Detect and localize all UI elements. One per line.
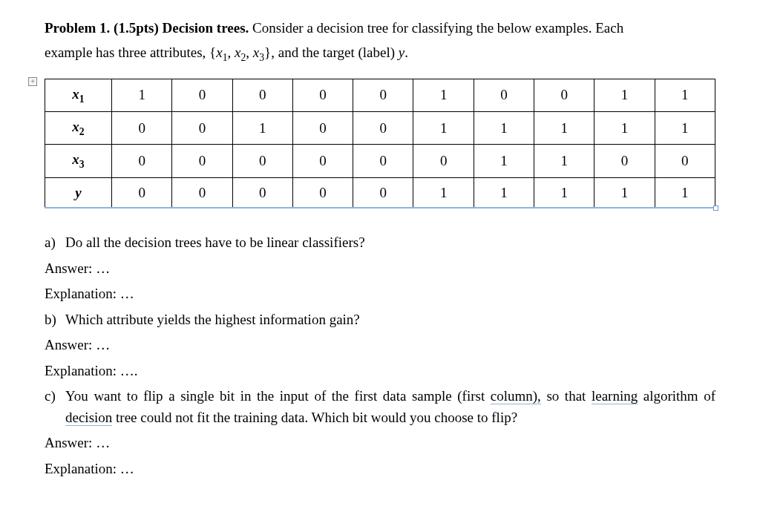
table-cell: 1	[534, 177, 594, 208]
expand-icon[interactable]: +	[28, 77, 37, 86]
table-cell: 0	[292, 79, 353, 111]
row-header: x2	[45, 112, 112, 145]
data-table: x11000010011x20010011111x30000001100y000…	[45, 79, 715, 208]
question-b-letter: b)	[45, 309, 65, 331]
table-cell: 1	[655, 177, 715, 208]
table-cell: 0	[534, 79, 594, 111]
question-a: a)Do all the decision trees have to be l…	[45, 232, 715, 254]
question-b-text: Which attribute yields the highest infor…	[65, 312, 360, 327]
table-cell: 1	[655, 79, 715, 111]
table-cell: 1	[594, 112, 655, 145]
table-cell: 0	[413, 145, 474, 177]
table-cell: 0	[292, 145, 353, 177]
table-cell: 0	[353, 177, 413, 208]
row-header: x1	[45, 79, 112, 111]
table-cell: 1	[232, 112, 292, 145]
question-c-text: You want to flip a single bit in the inp…	[65, 386, 715, 428]
table-cell: 1	[474, 145, 534, 177]
table-row: x11000010011	[45, 79, 715, 111]
row-header: y	[45, 177, 112, 208]
answer-b: Answer: …	[45, 335, 715, 356]
table-cell: 0	[172, 145, 232, 177]
table-cell: 0	[112, 145, 172, 177]
table-cell: 0	[112, 112, 172, 145]
row-header: x3	[45, 145, 112, 177]
table-cell: 1	[594, 79, 655, 111]
intro-part1: Consider a decision tree for classifying…	[252, 20, 623, 36]
table-cell: 0	[172, 112, 232, 145]
explanation-a: Explanation: …	[45, 283, 715, 305]
spellcheck-underline: decision	[65, 410, 112, 426]
problem-number: Problem 1.	[45, 20, 110, 36]
question-a-letter: a)	[45, 232, 65, 254]
intro-line2: example has three attributes, {x1, x2, x…	[45, 42, 715, 65]
explanation-c: Explanation: …	[45, 459, 715, 480]
table-cell: 0	[292, 112, 353, 145]
table-cell: 1	[413, 177, 474, 208]
question-c: c) You want to flip a single bit in the …	[45, 386, 715, 428]
table-row: x30000001100	[45, 145, 715, 177]
table-cell: 0	[232, 177, 292, 208]
answer-a: Answer: …	[45, 258, 715, 280]
table-cell: 0	[172, 79, 232, 111]
table-cell: 0	[172, 177, 232, 208]
table-cell: 1	[474, 112, 534, 145]
table-cell: 0	[232, 145, 292, 177]
table-cell: 1	[413, 79, 474, 111]
table-row: x20010011111	[45, 112, 715, 145]
spellcheck-underline: column),	[491, 388, 541, 404]
table-cell: 0	[112, 177, 172, 208]
problem-points: (1.5pts)	[114, 20, 159, 36]
table-cell: 0	[655, 145, 715, 177]
problem-header: Problem 1. (1.5pts) Decision trees. Cons…	[45, 18, 715, 39]
table-cell: 1	[474, 177, 534, 208]
data-table-wrapper: x11000010011x20010011111x30000001100y000…	[45, 79, 715, 208]
question-b: b)Which attribute yields the highest inf…	[45, 309, 715, 331]
table-cell: 0	[353, 112, 413, 145]
answer-c: Answer: …	[45, 433, 715, 454]
table-cell: 0	[353, 145, 413, 177]
problem-title: Decision trees.	[163, 20, 249, 36]
table-cell: 1	[594, 177, 655, 208]
table-row: y0000011111	[45, 177, 715, 208]
table-cell: 0	[353, 79, 413, 111]
table-cell: 1	[534, 145, 594, 177]
question-c-letter: c)	[45, 386, 65, 428]
table-cell: 0	[474, 79, 534, 111]
table-cell: 0	[292, 177, 353, 208]
table-cell: 1	[655, 112, 715, 145]
table-cell: 0	[232, 79, 292, 111]
question-a-text: Do all the decision trees have to be lin…	[65, 234, 365, 250]
table-cell: 1	[413, 112, 474, 145]
table-cell: 0	[594, 145, 655, 177]
explanation-b: Explanation: ….	[45, 361, 715, 382]
table-cell: 1	[534, 112, 594, 145]
table-cell: 1	[112, 79, 172, 111]
spellcheck-underline: learning	[592, 388, 638, 404]
questions-block: a)Do all the decision trees have to be l…	[45, 232, 715, 479]
